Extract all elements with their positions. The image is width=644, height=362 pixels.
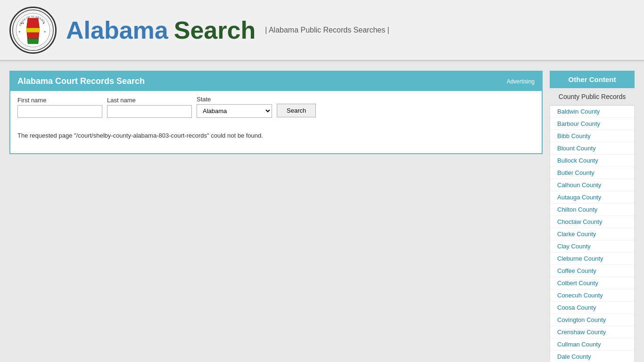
county-link[interactable]: Covington County <box>550 314 634 326</box>
first-name-input[interactable] <box>17 105 102 118</box>
last-name-input[interactable] <box>107 105 192 118</box>
county-link[interactable]: Barbour County <box>550 118 634 130</box>
other-content-header: Other Content <box>550 71 635 88</box>
county-link[interactable]: Choctaw County <box>550 216 634 228</box>
search-panel-title: Alabama Court Records Search <box>17 76 145 86</box>
county-link[interactable]: Bibb County <box>550 130 634 142</box>
title-alabama: Alabama <box>66 16 168 44</box>
svg-marker-6 <box>26 28 40 32</box>
main-container: Alabama Court Records Search Advertising… <box>0 61 644 362</box>
county-link[interactable]: Butler County <box>550 167 634 179</box>
county-link[interactable]: Conecuh County <box>550 289 634 302</box>
county-link[interactable]: Autauga County <box>550 191 634 204</box>
county-link[interactable]: Chilton County <box>550 204 634 216</box>
sidebar: Other Content County Public Records Bald… <box>550 71 635 362</box>
site-logo: STATE OF ALABAMA ★★ ★ ★ ★ <box>9 7 57 54</box>
county-link[interactable]: Colbert County <box>550 277 634 289</box>
county-link[interactable]: Cullman County <box>550 338 634 351</box>
county-link[interactable]: Cleburne County <box>550 253 634 265</box>
advertising-label: Advertising <box>507 78 535 85</box>
first-name-group: First name <box>17 97 102 118</box>
svg-text:★★: ★★ <box>20 21 25 24</box>
county-link[interactable]: Coosa County <box>550 302 634 314</box>
state-label: State <box>197 96 272 103</box>
search-button[interactable]: Search <box>277 104 316 117</box>
county-link[interactable]: Bullock County <box>550 155 634 167</box>
county-link[interactable]: Crenshaw County <box>550 326 634 338</box>
search-form: First name Last name State AlabamaAlaska… <box>10 91 542 125</box>
county-public-records-header: County Public Records <box>550 88 635 106</box>
county-link[interactable]: Clarke County <box>550 228 634 240</box>
county-link[interactable]: Baldwin County <box>550 106 634 118</box>
county-link[interactable]: Dale County <box>550 351 634 362</box>
last-name-group: Last name <box>107 97 192 118</box>
title-search: Search <box>174 16 256 44</box>
county-link[interactable]: Calhoun County <box>550 179 634 191</box>
state-select[interactable]: AlabamaAlaskaArizonaArkansasCaliforniaCo… <box>197 104 272 118</box>
county-list: Baldwin CountyBarbour CountyBibb CountyB… <box>550 106 635 362</box>
county-link[interactable]: Coffee County <box>550 265 634 277</box>
site-header: STATE OF ALABAMA ★★ ★ ★ ★ Alabama Search… <box>0 0 644 61</box>
svg-marker-5 <box>27 39 38 44</box>
search-panel-header: Alabama Court Records Search Advertising <box>10 72 542 91</box>
county-link[interactable]: Clay County <box>550 240 634 253</box>
last-name-label: Last name <box>107 97 192 104</box>
form-fields: First name Last name State AlabamaAlaska… <box>17 96 535 118</box>
search-panel: Alabama Court Records Search Advertising… <box>9 71 543 154</box>
title-subtitle: | Alabama Public Records Searches | <box>265 26 389 34</box>
first-name-label: First name <box>17 97 102 104</box>
state-group: State AlabamaAlaskaArizonaArkansasCalifo… <box>197 96 272 118</box>
error-message: The requested page "/court/shelby-county… <box>10 125 542 153</box>
county-link[interactable]: Blount County <box>550 142 634 155</box>
site-title-group: Alabama Search | Alabama Public Records … <box>66 16 389 44</box>
